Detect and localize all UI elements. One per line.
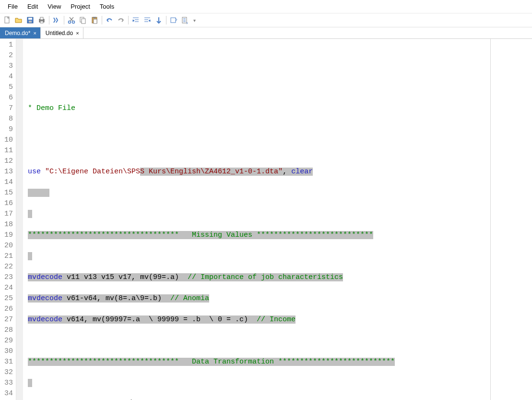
svg-rect-5 [40,17,43,20]
line-number: 29 [0,336,13,346]
close-icon[interactable]: × [33,30,36,36]
line-number: 31 [0,357,13,367]
line-number: 33 [0,378,13,388]
line-number: 4 [0,72,13,82]
svg-rect-3 [29,21,32,23]
line-number: 18 [0,219,13,230]
cut-icon[interactable] [66,15,77,25]
menu-view[interactable]: View [43,2,66,11]
menu-project[interactable]: Project [66,2,95,11]
outdent-icon[interactable] [142,15,153,25]
tab-label: Demo.do* [5,30,30,36]
new-file-icon[interactable] [2,15,12,25]
copy-icon[interactable] [78,15,88,25]
line-number: 6 [0,93,13,103]
svg-rect-12 [93,17,96,18]
redo-icon[interactable] [116,15,126,25]
separator [102,16,102,24]
line-number: 5 [0,82,13,93]
code-area[interactable]: * Demo File use "C:\Eigene Dateien\SPSS … [23,39,532,400]
line-number: 28 [0,325,13,336]
svg-rect-13 [94,19,97,24]
tab-demo[interactable]: Demo.do* × [0,27,41,38]
menu-edit[interactable]: Edit [23,2,43,11]
line-number: 24 [0,283,13,293]
line-number: 1 [0,40,13,50]
menu-tools[interactable]: Tools [95,2,119,11]
line-number: 15 [0,188,13,198]
indent-icon[interactable] [130,15,141,25]
line-number: 16 [0,198,13,209]
line-number: 34 [0,388,13,399]
line-number: 11 [0,145,13,156]
line-number: 20 [0,241,13,251]
line-number: 9 [0,124,13,135]
undo-icon[interactable] [104,15,115,25]
line-number: 8 [0,114,13,124]
svg-rect-14 [171,18,176,23]
line-number: 32 [0,367,13,378]
save-icon[interactable] [25,15,35,25]
separator [128,16,129,24]
line-number: 2 [0,50,13,61]
line-number: 26 [0,304,13,315]
svg-rect-2 [28,18,32,20]
paste-icon[interactable] [89,15,100,25]
run-icon[interactable] [168,15,179,25]
tab-bar: Demo.do* × Untitled.do × [0,27,532,39]
menu-bar: File Edit View Project Tools [0,0,532,13]
line-number: 30 [0,346,13,357]
line-number: 22 [0,262,13,272]
toolbar-overflow-icon[interactable]: ▾ [191,18,198,23]
close-icon[interactable]: × [76,30,79,36]
line-number: 13 [0,167,13,177]
toolbar: ▾ [0,13,532,27]
line-number: 3 [0,61,13,72]
svg-rect-6 [40,21,43,23]
line-number: 19 [0,230,13,241]
bookmark-icon[interactable] [154,15,164,25]
line-number: 25 [0,293,13,304]
line-number: 27 [0,315,13,325]
print-icon[interactable] [36,15,47,25]
fold-margin [16,39,23,400]
tab-label: Untitled.do [46,30,73,36]
line-number-gutter: 1234567891011121314151617181920212223242… [0,39,16,400]
line-number: 14 [0,177,13,188]
line-number: 10 [0,135,13,145]
line-number: 12 [0,156,13,167]
run-selection-icon[interactable] [180,15,190,25]
separator [166,16,166,24]
menu-file[interactable]: File [3,2,23,11]
open-file-icon[interactable] [13,15,24,25]
line-number: 7 [0,103,13,114]
tab-untitled[interactable]: Untitled.do × [41,27,83,38]
find-icon[interactable] [51,15,62,25]
separator [64,16,64,24]
line-number: 23 [0,272,13,283]
line-number: 17 [0,209,13,219]
editor: 1234567891011121314151617181920212223242… [0,39,532,400]
svg-rect-10 [82,19,85,24]
print-margin [490,39,491,400]
line-number: 21 [0,251,13,262]
separator [49,16,49,24]
